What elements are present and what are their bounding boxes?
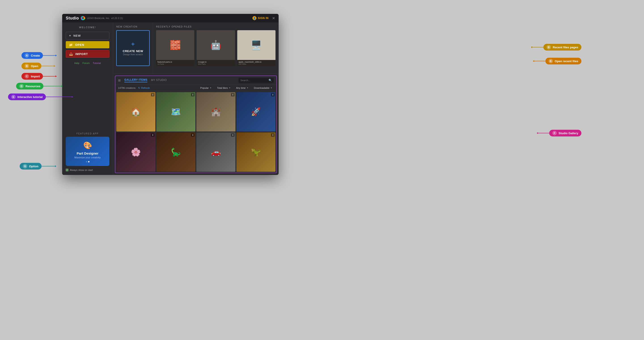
total-likes-filter[interactable]: Total likes ▼	[216, 86, 232, 90]
open-button[interactable]: 📁 OPEN	[66, 41, 109, 48]
gallery-item-7[interactable]: 🚗 ⬇	[196, 132, 236, 172]
recent-files-panel: RECENTLY OPENED FILES 🧱 featured-parts.i…	[153, 22, 278, 74]
gallery-item-8-image: 🦖	[251, 148, 261, 157]
annotation-f-studio-gallery: F Studio Gallery	[537, 130, 582, 136]
gallery-item-3-download[interactable]: ⬇	[231, 93, 234, 96]
annotation-a-line	[43, 55, 56, 56]
gallery-item-5[interactable]: 🌸 ⬇	[116, 132, 156, 172]
recent-file-1[interactable]: 🧱 featured-parts.io 10 Parts	[156, 30, 194, 66]
gallery-item-1-image: 🏠	[131, 107, 141, 116]
resource-links: Help Forum Tutorial	[66, 62, 109, 64]
annotation-f-letter: F	[552, 131, 557, 135]
gallery-section: ⊞ GALLERY ITEMS MY STUDIO 🔍 14796 creati…	[115, 76, 277, 173]
annotation-b-recent-letter: B	[548, 59, 553, 63]
annotation-b-open: B Open	[22, 63, 55, 69]
help-link[interactable]: Help	[74, 62, 80, 64]
folder-icon: 📁	[69, 43, 73, 46]
annotation-d-resources-bubble: D Resources	[16, 83, 44, 90]
create-new-card[interactable]: + CREATE NEW Design from scratch	[116, 30, 150, 66]
recent-file-info-3: apple_macintosh_1984.io 242 Parts	[237, 60, 276, 66]
create-new-subtitle: Design from scratch	[123, 53, 143, 56]
welcome-title: WELCOME!	[66, 26, 109, 29]
annotation-a-letter: A	[24, 53, 29, 58]
gallery-item-4[interactable]: 🚀 ⬇	[236, 92, 276, 132]
gallery-item-5-image: 🌸	[131, 148, 141, 157]
annotation-b-pages-line	[532, 47, 544, 48]
gallery-item-8[interactable]: 🦖 ⬇	[236, 132, 276, 172]
recent-file-name-1: featured-parts.io	[158, 61, 193, 63]
annotation-e-arrow	[72, 96, 73, 98]
gallery-item-3[interactable]: 🏰 ⬇	[196, 92, 236, 132]
gallery-item-7-download[interactable]: ⬇	[231, 133, 234, 137]
sign-in-button[interactable]: 👤 SIGN IN	[252, 16, 268, 20]
annotation-b-open-bubble: B Open	[22, 63, 41, 69]
always-show-option[interactable]: ✓ Always show on start	[66, 169, 109, 171]
annotation-c-arrow	[56, 76, 57, 77]
recent-file-thumb-1: 🧱	[156, 30, 194, 60]
annotation-b-open-recent-files: B Open recent files	[533, 58, 582, 64]
any-time-filter[interactable]: Any time ▼	[235, 86, 250, 90]
forum-link[interactable]: Forum	[82, 62, 90, 64]
app-info: LEGO BrickLink, Inc. v2.22.2 (1)	[87, 17, 123, 20]
annotation-b-arrow	[54, 65, 55, 67]
annotation-g-letter: G	[23, 164, 27, 168]
recent-file-name-3: apple_macintosh_1984.io	[238, 61, 274, 63]
dot-2	[88, 161, 90, 162]
recent-file-2[interactable]: 🤖 Cougar.io 359 Parts	[196, 30, 235, 66]
featured-app-card[interactable]: 🎨 Part Designer Maximize your creativity	[66, 137, 109, 166]
always-show-checkbox[interactable]: ✓	[66, 169, 68, 171]
refresh-icon: ↻	[138, 86, 140, 90]
card-pagination-dots	[69, 161, 106, 162]
annotation-c-import: C Import	[22, 73, 57, 80]
popular-filter[interactable]: Popular ▼	[199, 86, 213, 90]
part-designer-icon: 🎨	[69, 141, 106, 150]
app-logo: Studio	[66, 16, 85, 20]
annotation-e-line	[46, 97, 72, 97]
gallery-item-1[interactable]: 🏠 ⬇	[116, 92, 156, 132]
annotation-d-line	[44, 86, 61, 86]
import-button[interactable]: 📥 IMPORT	[66, 50, 109, 58]
import-icon: 📥	[69, 52, 73, 56]
recent-file-3[interactable]: 🖥️ apple_macintosh_1984.io 242 Parts	[237, 30, 276, 66]
new-button[interactable]: + NEW	[66, 32, 109, 39]
gallery-item-7-image: 🚗	[211, 148, 221, 157]
gallery-header: ⊞ GALLERY ITEMS MY STUDIO 🔍	[116, 76, 276, 85]
part-designer-subtitle: Maximize your creativity	[69, 156, 106, 159]
plus-icon: +	[69, 34, 71, 37]
annotation-g-option: G Option	[20, 163, 56, 170]
refresh-button[interactable]: ↻ Refresh	[138, 86, 150, 90]
app-body: WELCOME! + NEW 📁 OPEN 📥 IMPORT Help Foru…	[62, 22, 278, 175]
gallery-item-2[interactable]: 🗺️ ⬇	[156, 92, 196, 132]
close-button[interactable]: ✕	[272, 16, 275, 20]
recent-file-info-1: featured-parts.io 10 Parts	[156, 60, 194, 66]
gallery-item-6[interactable]: 🦕 ⬇	[156, 132, 196, 172]
app-window: Studio LEGO BrickLink, Inc. v2.22.2 (1) …	[62, 14, 278, 175]
downloadable-filter[interactable]: Downloadable ▼	[252, 86, 274, 90]
recent-file-parts-3: 242 Parts	[238, 63, 274, 65]
gallery-item-2-download[interactable]: ⬇	[191, 93, 194, 96]
popular-filter-arrow: ▼	[210, 87, 212, 89]
tutorial-link[interactable]: Tutorial	[93, 62, 101, 64]
part-designer-title: Part Designer	[69, 152, 106, 155]
gallery-items-tab[interactable]: GALLERY ITEMS	[124, 78, 147, 82]
gallery-item-4-download[interactable]: ⬇	[271, 93, 274, 96]
svg-point-1	[82, 18, 84, 19]
gallery-item-5-download[interactable]: ⬇	[151, 133, 154, 137]
annotation-b-pages-letter: B	[546, 45, 551, 50]
gallery-search-box[interactable]: 🔍	[238, 78, 274, 83]
annotation-d-letter: D	[19, 84, 24, 88]
gallery-search-input[interactable]	[240, 79, 267, 82]
my-studio-tab[interactable]: MY STUDIO	[151, 78, 167, 82]
gallery-item-6-download[interactable]: ⬇	[191, 133, 194, 137]
annotation-g-line	[42, 166, 55, 166]
dot-1	[86, 161, 87, 162]
annotation-d-resources: D Resources	[16, 83, 62, 90]
gallery-item-8-download[interactable]: ⬇	[271, 133, 274, 137]
always-show-label: Always show on start	[70, 169, 93, 171]
featured-app-section: FEATURED APP 🎨 Part Designer Maximize yo…	[66, 132, 109, 166]
recent-file-thumb-3: 🖥️	[237, 30, 276, 60]
lego-logo	[81, 16, 85, 20]
search-icon: 🔍	[268, 79, 272, 82]
gallery-item-1-download[interactable]: ⬇	[151, 93, 154, 96]
annotation-c-letter: C	[24, 74, 29, 78]
